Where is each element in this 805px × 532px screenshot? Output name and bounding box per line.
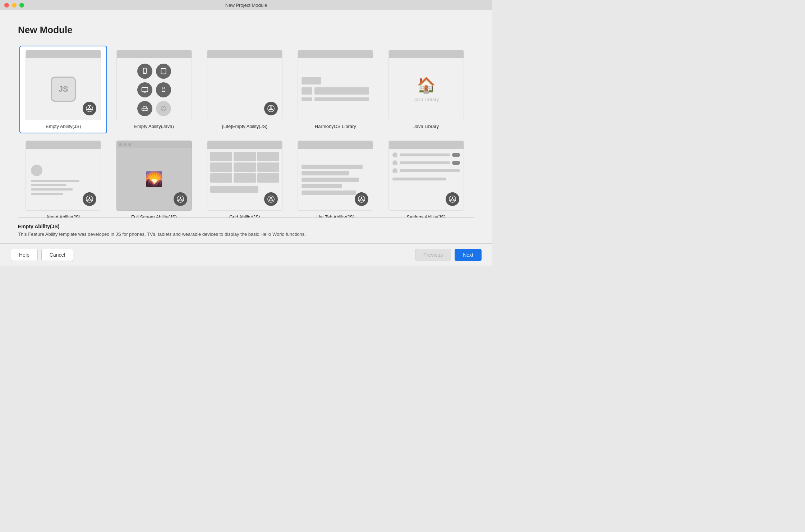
module-card-fullscreen-ability-js[interactable]: 🌄 Full Screen Ability(JS) xyxy=(110,136,198,217)
fullscreen-header xyxy=(117,141,192,148)
svg-point-53 xyxy=(361,197,363,198)
svg-point-20 xyxy=(161,106,166,111)
module-card-lite-empty-ability-js[interactable]: [Lite]Empty Ability(JS) xyxy=(201,46,289,133)
module-card-settings-ability-js[interactable]: Settings Ability(JS) xyxy=(382,136,470,217)
footer-left-buttons: Help Cancel xyxy=(11,249,73,261)
svg-point-32 xyxy=(89,197,90,198)
thumb-body xyxy=(26,149,101,210)
module-card-grid-ability-js[interactable]: Grid Ability(JS) xyxy=(201,136,289,217)
svg-line-43 xyxy=(180,198,182,200)
thumb-header xyxy=(298,50,373,58)
module-label-java-library: Java Library xyxy=(413,124,439,129)
thumb-header xyxy=(117,50,192,58)
thumb-header xyxy=(26,50,101,58)
module-thumbnail-grid-ability-js xyxy=(207,141,282,211)
svg-point-31 xyxy=(86,196,93,202)
about-avatar xyxy=(31,165,42,176)
car-icon xyxy=(137,101,152,116)
harmony-badge xyxy=(83,192,96,206)
svg-point-22 xyxy=(162,109,163,110)
module-thumbnail-fullscreen-ability-js: 🌄 xyxy=(116,141,192,211)
module-card-empty-ability-java[interactable]: Empty Ability(Java) xyxy=(110,46,198,133)
svg-point-46 xyxy=(270,197,272,198)
close-button[interactable] xyxy=(4,3,9,8)
harmony-badge xyxy=(355,192,368,206)
svg-point-39 xyxy=(180,197,181,198)
thumb-body xyxy=(298,149,373,210)
thumb-body: 🌄 xyxy=(117,148,192,210)
module-label-empty-ability-js: Empty Ability(JS) xyxy=(46,124,81,129)
harmony-badge xyxy=(83,102,96,115)
maximize-button[interactable] xyxy=(19,3,24,8)
title-bar: New Project Module xyxy=(0,0,492,10)
page-title: New Module xyxy=(18,24,474,36)
module-card-empty-ability-js[interactable]: JS Empty Ability(JS) xyxy=(19,46,107,133)
cancel-button[interactable]: Cancel xyxy=(41,249,74,261)
module-label-listtab-ability-js: List Tab Ability(JS) xyxy=(316,214,354,217)
svg-point-59 xyxy=(449,196,456,202)
module-thumbnail-harmonyos-library xyxy=(298,50,373,120)
footer-right-buttons: Previous Next xyxy=(415,249,482,261)
module-label-fullscreen-ability-js: Full Screen Ability(JS) xyxy=(131,214,177,217)
module-label-harmonyos-library: HarmonyOS Library xyxy=(315,124,356,129)
module-grid: JS Empty Ability(JS) xyxy=(18,44,474,217)
tablet-icon xyxy=(156,64,171,79)
svg-point-1 xyxy=(89,106,90,108)
module-card-listtab-ability-js[interactable]: List Tab Ability(JS) xyxy=(291,136,379,217)
module-thumbnail-listtab-ability-js xyxy=(298,141,373,211)
description-title: Empty Ability(JS) xyxy=(18,224,474,229)
thumb-header xyxy=(389,50,464,58)
module-label-empty-ability-java: Empty Ability(Java) xyxy=(134,124,174,129)
svg-line-36 xyxy=(89,198,91,200)
window-controls[interactable] xyxy=(4,3,24,8)
phone-icon xyxy=(137,64,152,79)
svg-point-21 xyxy=(163,107,164,108)
main-content: New Module JS Empty Ability(JS) xyxy=(0,10,492,243)
module-card-java-library[interactable]: 🏠 Java Library Java Library xyxy=(382,46,470,133)
svg-line-49 xyxy=(269,198,271,200)
thumb-body xyxy=(298,58,373,120)
harmony-badge xyxy=(174,192,187,206)
next-button[interactable]: Next xyxy=(455,249,482,261)
module-thumbnail-lite-empty-ability-js xyxy=(207,50,282,120)
svg-point-25 xyxy=(270,106,272,108)
svg-line-63 xyxy=(451,198,452,200)
module-thumbnail-about-ability-js xyxy=(26,141,101,211)
module-label-lite-empty-ability-js: [Lite]Empty Ability(JS) xyxy=(222,124,267,129)
harmony-badge xyxy=(264,102,278,115)
thumb-body xyxy=(117,58,192,120)
minimize-button[interactable] xyxy=(12,3,17,8)
unknown-icon xyxy=(156,101,171,116)
thumb-body: JS xyxy=(26,58,101,120)
thumb-header xyxy=(207,141,282,149)
module-label-about-ability-js: About Ability(JS) xyxy=(46,214,80,217)
svg-line-29 xyxy=(271,107,273,110)
module-label-settings-ability-js: Settings Ability(JS) xyxy=(407,214,446,217)
svg-line-28 xyxy=(269,107,271,110)
previous-button[interactable]: Previous xyxy=(415,249,451,261)
svg-rect-14 xyxy=(162,88,165,92)
module-thumbnail-empty-ability-js: JS xyxy=(26,50,101,120)
footer: Help Cancel Previous Next xyxy=(0,243,492,266)
thumb-header xyxy=(298,141,373,149)
svg-line-4 xyxy=(88,107,90,110)
module-thumbnail-empty-ability-java xyxy=(116,50,192,120)
svg-line-56 xyxy=(360,198,362,200)
svg-point-8 xyxy=(144,72,145,73)
harmony-badge xyxy=(446,192,459,206)
svg-line-64 xyxy=(452,198,454,200)
svg-line-35 xyxy=(88,198,90,200)
thumb-header xyxy=(26,141,101,149)
svg-point-45 xyxy=(268,196,274,202)
watch-icon xyxy=(156,82,171,97)
svg-point-18 xyxy=(143,110,144,111)
thumb-header xyxy=(207,50,282,58)
svg-rect-11 xyxy=(142,87,148,92)
module-card-about-ability-js[interactable]: About Ability(JS) xyxy=(19,136,107,217)
window-title: New Project Module xyxy=(225,3,267,8)
svg-line-57 xyxy=(362,198,363,200)
module-card-harmonyos-library[interactable]: HarmonyOS Library xyxy=(291,46,379,133)
help-button[interactable]: Help xyxy=(11,249,38,261)
svg-point-19 xyxy=(146,110,147,111)
svg-rect-17 xyxy=(142,108,148,110)
